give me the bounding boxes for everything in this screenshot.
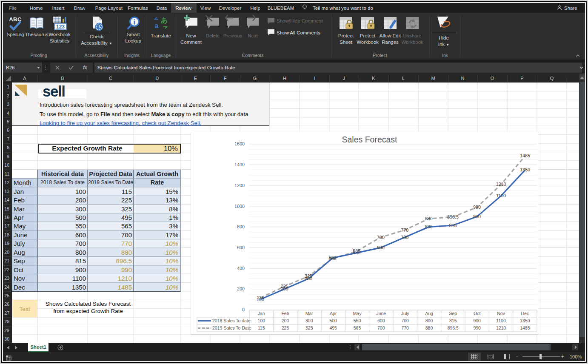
svg-text:1485: 1485 <box>520 153 530 158</box>
svg-text:550: 550 <box>354 318 361 323</box>
svg-text:1200: 1200 <box>234 183 245 188</box>
svg-text:200: 200 <box>280 286 288 291</box>
svg-text:Oct: Oct <box>474 311 480 316</box>
svg-text:225: 225 <box>282 325 289 330</box>
svg-text:896.5: 896.5 <box>448 325 459 330</box>
svg-text:815: 815 <box>449 318 457 323</box>
svg-text:800: 800 <box>237 224 245 229</box>
svg-text:100: 100 <box>257 318 265 323</box>
svg-text:770: 770 <box>401 325 409 330</box>
svg-text:700: 700 <box>401 235 408 240</box>
svg-text:1000: 1000 <box>234 204 245 209</box>
svg-text:1600: 1600 <box>234 141 245 146</box>
svg-text:1210: 1210 <box>496 325 506 330</box>
svg-text:1400: 1400 <box>234 162 245 167</box>
svg-text:900: 900 <box>473 214 481 219</box>
svg-text:Nov: Nov <box>497 311 505 316</box>
svg-text:880: 880 <box>425 325 433 330</box>
svg-text:Feb: Feb <box>281 311 289 316</box>
svg-text:Dec: Dec <box>521 311 529 316</box>
svg-text:Mar: Mar <box>305 311 314 316</box>
svg-text:990: 990 <box>473 205 481 210</box>
svg-text:600: 600 <box>377 318 385 323</box>
svg-text:400: 400 <box>237 266 245 271</box>
svg-text:115: 115 <box>258 325 265 330</box>
svg-text:1485: 1485 <box>520 325 530 330</box>
svg-text:123: 123 <box>56 24 65 30</box>
svg-text:1350: 1350 <box>520 318 530 323</box>
svg-text:550: 550 <box>353 250 360 255</box>
svg-text:June: June <box>376 311 386 316</box>
svg-text:1100: 1100 <box>496 193 506 198</box>
svg-text:1210: 1210 <box>496 182 506 187</box>
svg-text:Sep: Sep <box>449 311 457 316</box>
svg-text:815: 815 <box>449 223 457 228</box>
svg-text:770: 770 <box>401 228 408 233</box>
svg-text:2018 Sales To date: 2018 Sales To date <box>212 318 251 323</box>
svg-text:1100: 1100 <box>496 318 506 323</box>
svg-text:700: 700 <box>377 235 385 240</box>
svg-text:600: 600 <box>237 245 245 250</box>
svg-text:500: 500 <box>329 255 337 260</box>
svg-text:200: 200 <box>237 286 245 291</box>
svg-text:Aug: Aug <box>425 311 433 316</box>
svg-text:565: 565 <box>354 325 361 330</box>
svg-text:700: 700 <box>401 318 409 323</box>
svg-text:300: 300 <box>305 318 313 323</box>
svg-text:a: a <box>155 22 159 29</box>
svg-text:July: July <box>401 311 409 316</box>
svg-text:700: 700 <box>377 325 385 330</box>
svg-text:325: 325 <box>305 325 313 330</box>
svg-text:2019 Sales To Date: 2019 Sales To Date <box>212 325 251 330</box>
svg-text:500: 500 <box>329 318 337 323</box>
svg-text:あ: あ <box>161 17 168 24</box>
svg-text:100: 100 <box>257 297 264 302</box>
svg-text:0: 0 <box>242 307 245 312</box>
svg-text:1350: 1350 <box>520 167 530 172</box>
svg-text:200: 200 <box>282 318 289 323</box>
svg-text:600: 600 <box>377 245 385 250</box>
svg-text:May: May <box>353 311 362 316</box>
svg-text:990: 990 <box>473 325 481 330</box>
svg-text:Apr: Apr <box>330 311 337 316</box>
svg-text:900: 900 <box>473 318 481 323</box>
svg-text:300: 300 <box>305 276 312 281</box>
svg-text:Jan: Jan <box>258 311 265 316</box>
svg-text:880: 880 <box>425 216 433 221</box>
svg-text:800: 800 <box>425 224 433 229</box>
svg-text:800: 800 <box>425 318 433 323</box>
svg-text:896.5: 896.5 <box>447 214 459 219</box>
svg-text:495: 495 <box>329 325 337 330</box>
